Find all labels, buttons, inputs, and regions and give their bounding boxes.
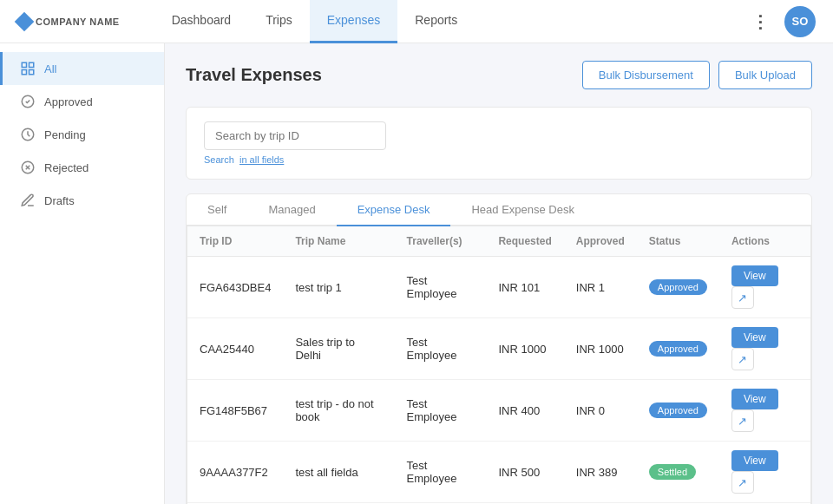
table-body: FGA643DBE4 test trip 1 Test Employee INR… (187, 257, 810, 505)
external-link-icon[interactable]: ↗ (731, 409, 754, 432)
tab-managed[interactable]: Managed (247, 194, 336, 226)
search-input[interactable] (204, 121, 386, 150)
cell-requested: INR 101 (486, 257, 563, 318)
cell-traveller: Test Employee (395, 380, 487, 442)
logo-text: COMPANY NAME (36, 16, 120, 27)
nav-dashboard[interactable]: Dashboard (154, 0, 249, 43)
col-approved: Approved (564, 226, 637, 257)
logo-icon (15, 11, 35, 31)
cell-approved: INR 0 (564, 380, 637, 442)
col-status: Status (637, 226, 719, 257)
search-hint: Search in all fields (204, 154, 794, 165)
sidebar-item-rejected-label: Rejected (44, 161, 89, 174)
expenses-table-wrap: Trip ID Trip Name Traveller(s) Requested… (187, 226, 811, 504)
cell-trip-id: 9AAAA377F2 (187, 442, 283, 503)
grid-icon (20, 61, 36, 76)
nav-reports[interactable]: Reports (397, 0, 475, 43)
sidebar-item-pending-label: Pending (44, 128, 86, 141)
tab-expense-desk[interactable]: Expense Desk (337, 194, 451, 226)
external-link-icon[interactable]: ↗ (731, 286, 754, 309)
sidebar-item-approved[interactable]: Approved (0, 85, 164, 118)
cell-approved: INR 1000 (564, 318, 637, 380)
cell-trip-id: FGA643DBE4 (187, 257, 283, 318)
table-row: 9AAAA377F2 test all fielda Test Employee… (187, 442, 810, 503)
cell-status: Settled (637, 442, 719, 503)
sidebar-item-all-label: All (44, 62, 56, 75)
cell-trip-name: test trip 1 (283, 257, 394, 318)
search-hint-link[interactable]: in all fields (239, 154, 284, 165)
check-circle-icon (20, 94, 36, 109)
table-header: Trip ID Trip Name Traveller(s) Requested… (187, 226, 810, 257)
page-title: Travel Expenses (186, 65, 322, 85)
expenses-table: Trip ID Trip Name Traveller(s) Requested… (187, 226, 810, 504)
edit-icon (20, 193, 36, 208)
sidebar-item-pending[interactable]: Pending (0, 118, 164, 151)
cell-trip-name: test all fielda (283, 442, 394, 503)
bulk-upload-button[interactable]: Bulk Upload (718, 61, 812, 89)
sidebar: All Approved Pending Rejected Drafts (0, 43, 165, 504)
cell-actions: View ↗ (719, 257, 810, 318)
sidebar-item-drafts-label: Drafts (44, 194, 75, 207)
table-row: CAA25440 Sales trip to Delhi Test Employ… (187, 318, 810, 380)
logo[interactable]: COMPANY NAME (17, 15, 120, 29)
nav-right: ⋮ SO (751, 6, 816, 37)
table-row: FGA643DBE4 test trip 1 Test Employee INR… (187, 257, 810, 318)
cell-traveller: Test Employee (395, 257, 487, 318)
header-actions: Bulk Disbursement Bulk Upload (582, 61, 812, 89)
sidebar-item-all[interactable]: All (0, 52, 164, 85)
nav-trips[interactable]: Trips (248, 0, 310, 43)
bulk-disbursement-button[interactable]: Bulk Disbursement (582, 61, 710, 89)
tab-self[interactable]: Self (187, 194, 247, 226)
nav-expenses[interactable]: Expenses (310, 0, 397, 43)
status-badge: Approved (649, 403, 707, 418)
cell-requested: INR 1000 (486, 318, 563, 380)
svg-rect-2 (22, 70, 26, 75)
col-trip-id: Trip ID (187, 226, 283, 257)
cell-requested: INR 500 (486, 442, 563, 503)
cell-trip-name: test trip - do not book (283, 380, 394, 442)
cell-actions: View ↗ (719, 442, 810, 503)
expense-tabs: Self Managed Expense Desk Head Expense D… (187, 194, 811, 226)
tabs-and-table: Self Managed Expense Desk Head Expense D… (186, 193, 812, 504)
col-travellers: Traveller(s) (395, 226, 487, 257)
view-button[interactable]: View (731, 265, 778, 286)
search-input-wrap (204, 121, 794, 150)
status-badge: Approved (649, 341, 707, 357)
svg-rect-3 (30, 70, 34, 75)
page-header: Travel Expenses Bulk Disbursement Bulk U… (186, 61, 812, 89)
external-link-icon[interactable]: ↗ (731, 348, 754, 370)
sidebar-item-rejected[interactable]: Rejected (0, 151, 164, 184)
nav-links: Dashboard Trips Expenses Reports (154, 0, 751, 43)
svg-rect-1 (30, 62, 34, 67)
status-badge: Approved (649, 279, 707, 295)
status-badge: Settled (649, 464, 696, 480)
cell-traveller: Test Employee (395, 442, 487, 503)
cell-approved: INR 389 (564, 442, 637, 503)
view-button[interactable]: View (731, 450, 778, 471)
cell-actions: View ↗ (719, 318, 810, 380)
sidebar-item-drafts[interactable]: Drafts (0, 184, 164, 217)
clock-icon (20, 127, 36, 142)
tab-head-expense-desk[interactable]: Head Expense Desk (450, 194, 595, 226)
user-avatar[interactable]: SO (784, 6, 816, 37)
search-hint-prefix: Search (204, 154, 234, 165)
main-layout: All Approved Pending Rejected Drafts (0, 43, 833, 504)
x-circle-icon (20, 160, 36, 175)
view-button[interactable]: View (731, 389, 778, 409)
cell-requested: INR 400 (486, 380, 563, 442)
col-actions: Actions (719, 226, 810, 257)
sidebar-item-approved-label: Approved (44, 95, 93, 108)
cell-status: Approved (637, 318, 719, 380)
cell-trip-id: CAA25440 (187, 318, 283, 380)
cell-actions: View ↗ (719, 380, 810, 442)
more-options-icon[interactable]: ⋮ (751, 11, 771, 32)
cell-trip-id: FG148F5B67 (187, 380, 283, 442)
view-button[interactable]: View (731, 327, 778, 348)
cell-status: Approved (637, 257, 719, 318)
cell-traveller: Test Employee (395, 318, 487, 380)
cell-approved: INR 1 (564, 257, 637, 318)
external-link-icon[interactable]: ↗ (731, 471, 754, 494)
col-trip-name: Trip Name (283, 226, 394, 257)
col-requested: Requested (486, 226, 563, 257)
top-navigation: COMPANY NAME Dashboard Trips Expenses Re… (0, 0, 833, 43)
